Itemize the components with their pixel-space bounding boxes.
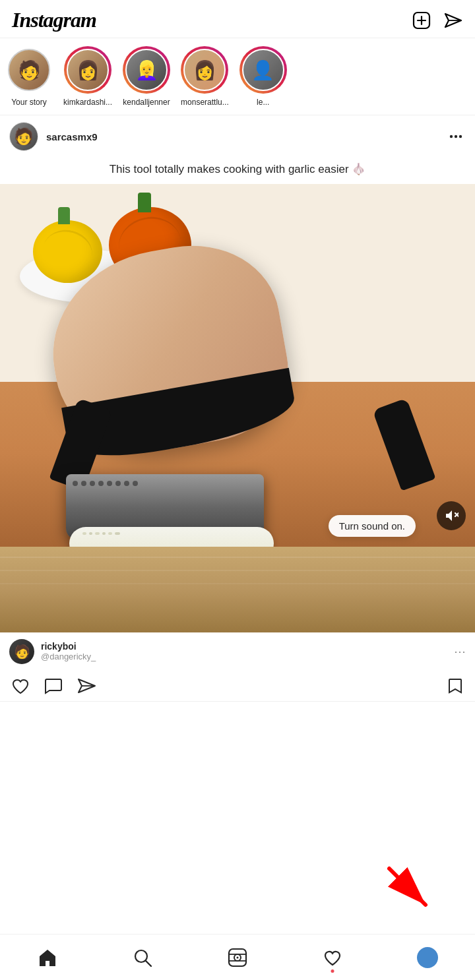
post-caption: This tool totally makes cooking with gar… <box>0 158 475 184</box>
garlic-pieces <box>69 527 274 540</box>
kendall-label: kendalljenner <box>123 98 170 107</box>
like-button[interactable] <box>11 676 30 696</box>
bottom-navigation <box>0 934 475 980</box>
post-action-bar <box>0 671 475 701</box>
preview-user-info: rickyboi @dangericky_ <box>41 641 447 661</box>
pumpkin-ridges <box>38 224 97 278</box>
story-item-leo[interactable]: 👤 le... <box>239 46 287 107</box>
mute-button[interactable] <box>437 501 466 530</box>
press-mesh <box>66 474 264 493</box>
preview-avatar-face: 🧑 <box>14 644 30 659</box>
your-story-face: 🧑 <box>9 50 49 90</box>
kim-face: 👩 <box>68 50 108 90</box>
preview-avatar[interactable]: 🧑 <box>9 639 34 664</box>
story-item-kim[interactable]: 👩 kimkardashi... <box>63 46 112 107</box>
stories-bar: 🧑 Your story 👩 kimkardashi... 👱‍♀️ kenda <box>0 38 475 115</box>
post-user-avatar[interactable]: 🧑 <box>9 122 38 151</box>
red-arrow-overlay <box>383 862 442 924</box>
share-button[interactable] <box>77 676 96 696</box>
svg-point-16 <box>237 956 239 958</box>
leo-label: le... <box>257 98 269 107</box>
pumpkin-yellow <box>33 220 102 283</box>
preview-more-button[interactable]: ⋯ <box>454 644 466 659</box>
post-container: 🧑 sarcasmx9 This tool totally makes cook… <box>0 115 475 702</box>
stem-yellow <box>58 207 70 224</box>
monse-face: 👩 <box>185 50 224 90</box>
your-story-avatar: 🧑 <box>8 49 50 91</box>
kim-avatar-wrap: 👩 <box>64 46 111 94</box>
new-post-button[interactable] <box>412 11 431 30</box>
post-header: 🧑 sarcasmx9 <box>0 115 475 158</box>
bookmark-button[interactable] <box>446 677 464 695</box>
your-story-label: Your story <box>11 98 47 107</box>
header-icons <box>412 11 463 30</box>
monse-avatar: 👩 <box>183 49 226 91</box>
monse-story-ring: 👩 <box>181 46 228 94</box>
your-story-avatar-wrap: 🧑 <box>5 46 53 94</box>
app-header: Instagram <box>0 0 475 38</box>
kendall-avatar: 👱‍♀️ <box>125 49 168 91</box>
kendall-avatar-wrap: 👱‍♀️ <box>123 46 170 94</box>
kim-story-ring: 👩 <box>64 46 111 94</box>
profile-avatar <box>417 947 438 968</box>
direct-messages-button[interactable] <box>443 11 463 30</box>
monse-avatar-wrap: 👩 <box>181 46 228 94</box>
kim-label: kimkardashi... <box>63 98 112 107</box>
your-story-ring: 🧑 <box>5 46 53 94</box>
kendall-face: 👱‍♀️ <box>127 50 166 90</box>
nav-search[interactable] <box>123 941 162 974</box>
comment-button[interactable] <box>44 676 63 696</box>
nav-activity[interactable] <box>313 941 352 974</box>
preview-handle: @dangericky_ <box>41 652 447 661</box>
nav-home[interactable] <box>28 941 67 974</box>
svg-point-6 <box>455 135 457 138</box>
post-username[interactable]: sarcasmx9 <box>46 131 438 142</box>
post-image[interactable]: Turn sound on. <box>0 184 475 632</box>
preview-username[interactable]: rickyboi <box>41 641 447 652</box>
nav-reels[interactable] <box>218 941 257 974</box>
kendall-story-ring: 👱‍♀️ <box>123 46 170 94</box>
nav-profile[interactable] <box>408 941 447 974</box>
sound-tooltip: Turn sound on. <box>329 515 416 537</box>
cutting-board <box>0 547 475 632</box>
story-item-monse[interactable]: 👩 monserattlu... <box>181 46 229 107</box>
post-avatar-face: 🧑 <box>10 123 38 150</box>
story-item-your[interactable]: 🧑 Your story <box>5 46 53 107</box>
kim-avatar: 👩 <box>67 49 109 91</box>
stem-orange <box>138 193 151 212</box>
leo-story-ring: 👤 <box>239 46 287 94</box>
svg-line-13 <box>146 961 151 966</box>
handle-right <box>372 398 435 491</box>
story-item-kendall[interactable]: 👱‍♀️ kendalljenner <box>123 46 170 107</box>
leo-avatar: 👤 <box>242 49 284 91</box>
svg-line-20 <box>389 869 426 905</box>
monse-label: monserattlu... <box>181 98 229 107</box>
app-logo: Instagram <box>12 8 96 32</box>
svg-point-5 <box>450 135 453 138</box>
leo-avatar-wrap: 👤 <box>239 46 287 94</box>
post-scene: Turn sound on. <box>0 184 475 632</box>
svg-point-7 <box>459 135 462 138</box>
post-more-button[interactable] <box>446 127 466 146</box>
leo-face: 👤 <box>243 50 283 90</box>
preview-comment-user: 🧑 rickyboi @dangericky_ ⋯ <box>0 632 475 671</box>
activity-notification-dot <box>331 969 334 973</box>
